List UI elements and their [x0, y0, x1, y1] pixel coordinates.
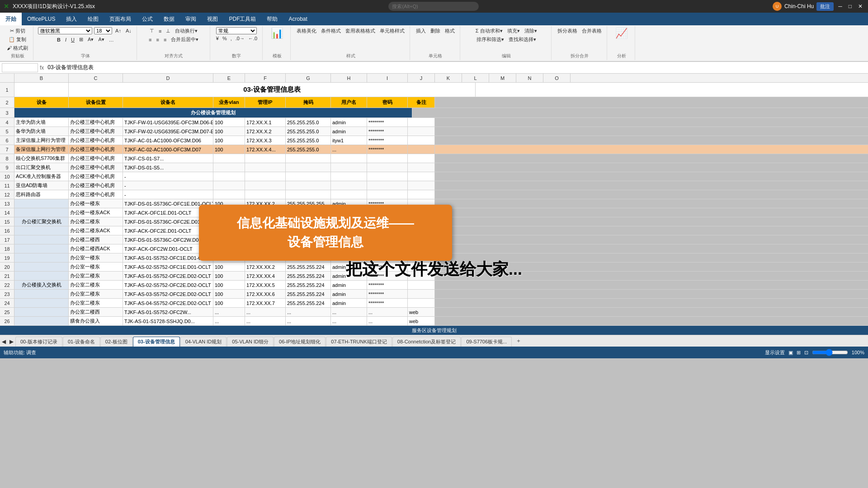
table-template-button[interactable]: 📊: [269, 27, 284, 40]
cell-user[interactable]: [331, 190, 367, 199]
col-header-f[interactable]: F: [245, 74, 286, 82]
cell-ip[interactable]: ...: [245, 308, 286, 316]
cell-ip[interactable]: [245, 181, 286, 190]
cell-pass[interactable]: ...: [367, 317, 408, 325]
cell-mask[interactable]: 255.255.255.224: [286, 281, 331, 289]
cell-devname[interactable]: TJKF-AC-01-AC1000-OFC3M.D06: [123, 136, 213, 145]
cell-pass[interactable]: ********: [367, 290, 408, 298]
cell-mask[interactable]: [286, 163, 331, 172]
sheet-tab-5[interactable]: 05-VLAN ID细分: [227, 337, 274, 347]
cell-user[interactable]: admin: [331, 127, 367, 136]
minimize-icon[interactable]: ─: [836, 3, 844, 9]
cell-device-merged[interactable]: 办公楼汇聚交换机: [14, 217, 69, 226]
col-header-b[interactable]: B: [14, 74, 69, 82]
cell-ip[interactable]: 172.XX.X.4...: [245, 145, 286, 154]
font-family-select[interactable]: 微软雅黑: [38, 27, 92, 34]
cell-mask[interactable]: 255.255.255.0: [286, 136, 331, 145]
tab-insert[interactable]: 插入: [61, 13, 82, 25]
cell-note[interactable]: [408, 154, 435, 163]
header-mgmt-ip[interactable]: 管理IP: [245, 97, 286, 108]
cell-ip[interactable]: [245, 163, 286, 172]
tab-data[interactable]: 数据: [158, 13, 180, 25]
bold-button[interactable]: B: [56, 37, 62, 43]
cell-pass[interactable]: ********: [367, 281, 408, 289]
sheet-tab-3[interactable]: 03-设备管理信息: [133, 337, 180, 347]
cell-mask[interactable]: [286, 190, 331, 199]
sheet-tab-0[interactable]: 00-版本修订记录: [15, 337, 62, 347]
font-decrease-button[interactable]: A↓: [124, 28, 133, 34]
cell-mask[interactable]: 255.255.255.224: [286, 290, 331, 298]
cell-user[interactable]: ...: [331, 145, 367, 154]
cut-button[interactable]: ✂ 剪切: [5, 27, 29, 35]
col-header-k[interactable]: K: [435, 74, 462, 82]
sheet-tab-6[interactable]: 06-IP地址规划细化: [274, 337, 326, 347]
cell-location[interactable]: 办公楼二楼东: [69, 217, 123, 226]
font-increase-button[interactable]: A↑: [114, 28, 123, 34]
cell-location[interactable]: 办公楼二楼东ACK: [69, 226, 123, 235]
cell-vlan[interactable]: 100: [213, 281, 245, 289]
header-password[interactable]: 密码: [367, 97, 408, 108]
cell-device-merged[interactable]: [14, 208, 69, 217]
cell-vlan[interactable]: [213, 181, 245, 190]
tab-view[interactable]: 视图: [202, 13, 223, 25]
cell-ip[interactable]: 172.XX.X.3: [245, 136, 286, 145]
cell-device[interactable]: 备华为防火墙: [14, 127, 69, 136]
cell-pass[interactable]: [367, 190, 408, 199]
merge-table-button[interactable]: 合并表格: [580, 27, 603, 35]
view-preview-icon[interactable]: ⊡: [804, 350, 808, 356]
cell-location[interactable]: 办公室二楼西: [69, 308, 123, 316]
split-table-button[interactable]: 拆分表格: [556, 27, 579, 35]
fill-color-button[interactable]: A▾: [86, 36, 95, 43]
cell-device[interactable]: 主华为防火墙: [14, 118, 69, 127]
format-paint-button[interactable]: 🖌 格式刷: [5, 44, 29, 52]
cell-devname[interactable]: TJKF-AS-01-S5752-OFC2W...: [123, 308, 213, 316]
sheet-tab-1[interactable]: 01-设备命名: [63, 337, 100, 347]
cell-device-merged[interactable]: 办公楼接入交换机: [14, 281, 69, 289]
decimal-dec-button[interactable]: ←.0: [247, 35, 259, 42]
cell-user[interactable]: ...: [331, 308, 367, 316]
cell-b1[interactable]: [14, 83, 69, 97]
cell-location[interactable]: 办公楼三楼中心机房: [69, 136, 123, 145]
cell-vlan[interactable]: [213, 163, 245, 172]
cell-location[interactable]: 办公室二楼东: [69, 299, 123, 307]
cell-vlan[interactable]: 100: [213, 299, 245, 307]
cell-mask[interactable]: 255.255.255.0: [286, 127, 331, 136]
header-notes[interactable]: 备注: [408, 97, 435, 108]
copy-button[interactable]: 📋 复制: [5, 36, 29, 43]
cell-mask[interactable]: 255.255.255.0: [286, 118, 331, 127]
cell-pass[interactable]: ********: [367, 145, 408, 154]
cell-ip[interactable]: 172.XX.XX.5: [245, 281, 286, 289]
col-header-e[interactable]: E: [213, 74, 245, 82]
header-mask[interactable]: 掩码: [286, 97, 331, 108]
cell-pass[interactable]: ...: [367, 308, 408, 316]
view-page-icon[interactable]: ⊞: [797, 350, 801, 356]
autosum-button[interactable]: Σ 自动求和▾: [474, 27, 504, 35]
cell-mask[interactable]: ...: [286, 308, 331, 316]
cell-mask[interactable]: ...: [286, 317, 331, 325]
cell-mask[interactable]: 255.255.255.224: [286, 299, 331, 307]
col-header-i[interactable]: I: [367, 74, 408, 82]
cell-title[interactable]: 03-设备管理信息表: [69, 83, 476, 97]
cell-note[interactable]: [408, 281, 435, 289]
cell-vlan[interactable]: ...: [213, 308, 245, 316]
cell-location[interactable]: 办公楼一楼东: [69, 199, 123, 208]
tab-draw[interactable]: 绘图: [82, 13, 104, 25]
more-button[interactable]: …: [108, 37, 115, 43]
cell-user[interactable]: [331, 181, 367, 190]
col-header-l[interactable]: L: [462, 74, 489, 82]
align-right-button[interactable]: ≡: [162, 36, 168, 43]
cell-device-merged[interactable]: [14, 299, 69, 307]
sheet-tab-8[interactable]: 08-Connetction及标签登记: [392, 337, 461, 347]
percent-button[interactable]: %: [221, 35, 228, 42]
cell-vlan[interactable]: [213, 190, 245, 199]
cell-device[interactable]: 备深信服上网行为管理: [14, 145, 69, 154]
cell-devname[interactable]: TJKF-FW-02-USG6395E-OFC3M.D07-EXT: [123, 127, 213, 136]
header-vlan[interactable]: 业务vlan: [213, 97, 245, 108]
cell-vlan[interactable]: 100: [213, 127, 245, 136]
cell-user[interactable]: admin: [331, 118, 367, 127]
cell-user[interactable]: [331, 163, 367, 172]
cell-devname[interactable]: TJKF-AC-02-AC1000-OFC3M.D07: [123, 145, 213, 154]
number-format-select[interactable]: 常规: [216, 27, 257, 34]
clear-button[interactable]: 清除▾: [523, 27, 538, 35]
cell-location[interactable]: 办公楼一楼东ACK: [69, 208, 123, 217]
